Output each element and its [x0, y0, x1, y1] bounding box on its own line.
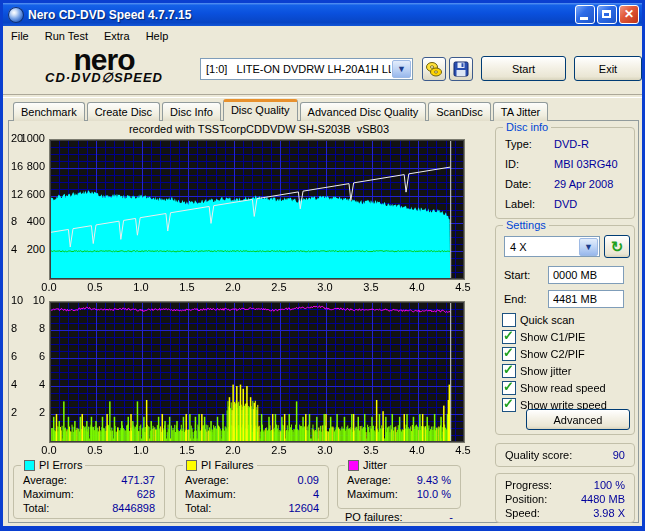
po-failures-label: PO failures:	[345, 511, 402, 523]
axis-tick-label: 20	[11, 132, 35, 144]
start-button[interactable]: Start	[481, 56, 566, 81]
end-position-field[interactable]	[548, 290, 624, 308]
axis-tick-label: 1.5	[174, 281, 200, 293]
axis-tick-label: 3.5	[358, 444, 384, 456]
eject-button[interactable]	[422, 57, 446, 81]
minimize-button[interactable]	[575, 5, 595, 24]
chevron-down-icon[interactable]: ▼	[579, 238, 598, 256]
axis-tick-label: 10	[11, 294, 35, 306]
axis-tick-label: 0.0	[36, 281, 62, 293]
jitter-stats-box: Jitter Average:9.43 % Maximum:10.0 %	[337, 465, 461, 509]
jitter-average-value: 9.43 %	[417, 474, 451, 486]
progress-label: Progress:	[505, 479, 552, 491]
pie-total-label: Total:	[23, 502, 49, 514]
cd-dvd-speed-logo-text: CD·DVD∅SPEED	[19, 70, 189, 85]
checkbox-icon[interactable]: ✓	[502, 398, 516, 412]
axis-tick-label: 1.0	[128, 444, 154, 456]
show-read-speed-checkbox[interactable]: ✓ Show read speed	[502, 380, 632, 395]
tab-disc-quality[interactable]: Disc Quality	[223, 99, 298, 121]
drive-select-combobox[interactable]: [1:0] LITE-ON DVDRW LH-20A1H LL0D ▼	[200, 58, 413, 80]
jitter-maximum-value: 10.0 %	[417, 488, 451, 500]
start-position-label: Start:	[504, 269, 530, 281]
menu-file[interactable]: File	[3, 28, 37, 44]
scan-speed-combobox[interactable]: 4 X ▼	[504, 236, 600, 257]
disc-type-label: Type:	[505, 138, 532, 150]
pi-errors-chart: 2004006008001000481216200.00.51.01.52.02…	[11, 135, 493, 293]
pif-maximum-label: Maximum:	[185, 488, 236, 500]
axis-tick-label: 4.0	[404, 444, 430, 456]
position-value: 4480 MB	[581, 493, 625, 505]
axis-tick-label: 3.0	[312, 281, 338, 293]
axis-tick-label: 3.0	[312, 444, 338, 456]
quality-score-value: 90	[613, 449, 625, 461]
refresh-button[interactable]: ↻	[604, 235, 630, 258]
disc-info-title: Disc info	[503, 121, 551, 133]
axis-tick-label: 4	[11, 378, 35, 390]
close-button[interactable]: ✕	[619, 5, 639, 24]
save-button[interactable]	[449, 57, 473, 81]
axis-tick-label: 0.0	[36, 444, 62, 456]
tab-benchmark[interactable]: Benchmark	[13, 102, 85, 121]
disc-date-value: 29 Apr 2008	[554, 178, 613, 190]
pi-errors-plot	[49, 139, 465, 280]
checkbox-icon[interactable]: ✓	[502, 313, 516, 327]
scan-speed-value: 4 X	[505, 241, 578, 253]
jitter-stats-title: Jitter	[345, 459, 390, 471]
speed-label: Speed:	[505, 507, 540, 519]
title-bar: Nero CD-DVD Speed 4.7.7.15 ✕	[3, 3, 642, 26]
axis-tick-label: 4.5	[450, 444, 476, 456]
settings-box: Settings 4 X ▼ ↻ Start: End: ✓ Quick sca…	[495, 225, 635, 435]
menu-help[interactable]: Help	[138, 28, 177, 44]
minimize-icon	[580, 17, 588, 20]
maximize-button[interactable]	[597, 5, 617, 24]
axis-tick-label: 8	[11, 322, 35, 334]
checkbox-icon[interactable]: ✓	[502, 347, 516, 361]
pif-average-label: Average:	[185, 474, 229, 486]
tab-ta-jitter[interactable]: TA Jitter	[493, 102, 549, 121]
start-position-field[interactable]	[548, 266, 624, 284]
pie-maximum-label: Maximum:	[23, 488, 74, 500]
tab-strip: Benchmark Create Disc Disc Info Disc Qua…	[13, 100, 642, 121]
jitter-average-label: Average:	[347, 474, 391, 486]
show-c1-pie-checkbox[interactable]: ✓ Show C1/PIE	[502, 329, 632, 344]
pi-errors-swatch-icon	[24, 460, 35, 471]
header-separator	[3, 94, 642, 98]
close-icon: ✕	[620, 7, 638, 21]
disc-label-label: Label:	[505, 198, 535, 210]
advanced-button[interactable]: Advanced	[526, 409, 630, 430]
chevron-down-icon[interactable]: ▼	[392, 60, 411, 78]
axis-tick-label: 16	[11, 160, 35, 172]
disc-info-box: Disc info Type:DVD-R ID:MBI 03RG40 Date:…	[495, 127, 635, 219]
tab-create-disc[interactable]: Create Disc	[87, 102, 160, 121]
exit-button[interactable]: Exit	[574, 56, 642, 81]
jitter-maximum-label: Maximum:	[347, 488, 398, 500]
axis-tick-label: 2	[11, 406, 35, 418]
tab-advanced-disc-quality[interactable]: Advanced Disc Quality	[300, 102, 427, 121]
menu-extra[interactable]: Extra	[96, 28, 138, 44]
quick-scan-checkbox[interactable]: ✓ Quick scan	[502, 312, 632, 327]
axis-tick-label: 8	[11, 215, 35, 227]
disc-id-value: MBI 03RG40	[554, 158, 618, 170]
tab-disc-info[interactable]: Disc Info	[162, 102, 221, 121]
axis-tick-label: 0.5	[82, 281, 108, 293]
pi-failures-swatch-icon	[186, 460, 197, 471]
pi-errors-stats-title: PI Errors	[21, 459, 85, 471]
checkbox-icon[interactable]: ✓	[502, 330, 516, 344]
axis-tick-label: 4.5	[450, 281, 476, 293]
pif-total-label: Total:	[185, 502, 211, 514]
window-title: Nero CD-DVD Speed 4.7.7.15	[28, 8, 573, 22]
floppy-save-icon	[453, 61, 469, 77]
checkbox-icon[interactable]: ✓	[502, 381, 516, 395]
nero-logo: nero CD·DVD∅SPEED	[19, 47, 189, 85]
menu-run-test[interactable]: Run Test	[37, 28, 96, 44]
pie-total-value: 8446898	[112, 502, 155, 514]
disc-quality-page: recorded with TSSTcorpCDDVDW SH-S203B vS…	[8, 120, 639, 523]
checkbox-icon[interactable]: ✓	[502, 364, 516, 378]
show-jitter-checkbox[interactable]: ✓ Show jitter	[502, 363, 632, 378]
disc-eject-icon	[425, 61, 443, 77]
show-c2-pif-checkbox[interactable]: ✓ Show C2/PIF	[502, 346, 632, 361]
show-jitter-label: Show jitter	[520, 365, 571, 377]
header-bar: nero CD·DVD∅SPEED [1:0] LITE-ON DVDRW LH…	[3, 46, 642, 94]
tab-scandisc[interactable]: ScanDisc	[428, 102, 490, 121]
axis-tick-label: 3.5	[358, 281, 384, 293]
